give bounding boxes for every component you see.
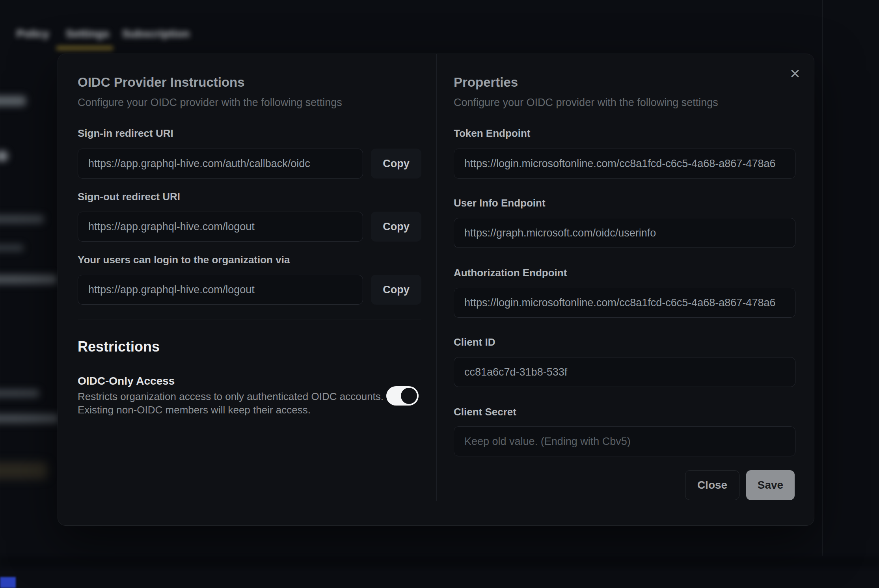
token-endpoint-input[interactable]	[454, 149, 795, 179]
restrictions-title: Restrictions	[78, 339, 160, 355]
tab-settings[interactable]: Settings	[66, 26, 109, 42]
authorization-endpoint-input[interactable]	[454, 288, 795, 318]
background-icon-fragment	[0, 151, 8, 161]
instructions-title: OIDC Provider Instructions	[78, 75, 245, 90]
column-divider	[436, 54, 437, 501]
properties-title: Properties	[454, 75, 518, 90]
background-band	[0, 556, 879, 567]
restrictions-divider	[78, 320, 421, 320]
client-id-label: Client ID	[454, 336, 495, 348]
tab-subscription[interactable]: Subscription	[122, 26, 190, 42]
signin-redirect-uri-input[interactable]	[78, 149, 363, 179]
client-secret-label: Client Secret	[454, 406, 516, 418]
copy-signin-uri-button[interactable]: Copy	[371, 149, 421, 179]
organization-login-uri-input[interactable]	[78, 275, 363, 305]
background-divider	[822, 0, 823, 556]
copy-signout-uri-button[interactable]: Copy	[371, 212, 421, 242]
background-text-fragment	[0, 275, 57, 284]
oidc-settings-modal: ✕ OIDC Provider Instructions Configure y…	[58, 54, 814, 526]
background-text-fragment	[0, 244, 24, 251]
signout-redirect-uri-label: Sign-out redirect URI	[78, 191, 180, 203]
background-artifact	[0, 577, 16, 588]
tab-policy[interactable]: Policy	[17, 26, 49, 42]
user-info-endpoint-input[interactable]	[454, 218, 795, 248]
toggle-thumb	[401, 388, 417, 404]
oidc-only-access-description-line1: Restricts organization access to only au…	[78, 390, 384, 403]
close-icon[interactable]: ✕	[784, 63, 806, 85]
oidc-only-access-label: OIDC-Only Access	[78, 375, 175, 387]
copy-login-uri-button[interactable]: Copy	[371, 275, 421, 305]
client-secret-input[interactable]	[454, 426, 795, 456]
token-endpoint-label: Token Endpoint	[454, 127, 531, 140]
save-button[interactable]: Save	[746, 470, 795, 500]
background-text-fragment	[0, 414, 59, 423]
active-tab-indicator	[56, 46, 114, 50]
background-text-fragment	[0, 96, 26, 106]
oidc-only-access-description-line2: Existing non-OIDC members will keep thei…	[78, 403, 311, 417]
signin-redirect-uri-label: Sign-in redirect URI	[78, 127, 173, 140]
background-text-fragment	[0, 215, 44, 223]
user-info-endpoint-label: User Info Endpoint	[454, 197, 546, 209]
authorization-endpoint-label: Authorization Endpoint	[454, 267, 567, 279]
background-text-fragment	[0, 389, 39, 397]
oidc-only-access-toggle[interactable]	[386, 386, 419, 406]
properties-subtitle: Configure your OIDC provider with the fo…	[454, 97, 718, 109]
client-id-input[interactable]	[454, 357, 795, 387]
signout-redirect-uri-input[interactable]	[78, 212, 363, 242]
background-button-fragment	[0, 462, 47, 479]
instructions-subtitle: Configure your OIDC provider with the fo…	[78, 97, 342, 109]
organization-login-uri-label: Your users can login to the organization…	[78, 254, 290, 266]
close-button[interactable]: Close	[685, 470, 739, 500]
